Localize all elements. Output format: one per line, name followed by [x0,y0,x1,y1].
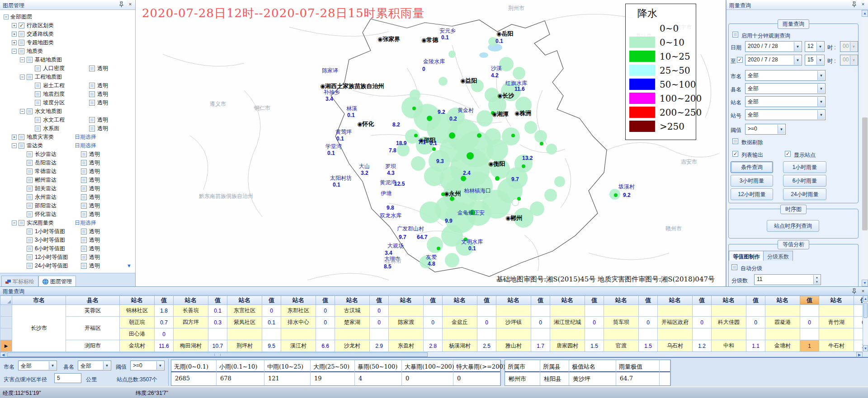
station-cell[interactable] [604,305,639,317]
transparent-checkbox[interactable] [89,100,95,106]
col-header-station[interactable]: 站名 [389,296,424,305]
station-cell[interactable]: 四方坪 [174,317,208,328]
minute-to-select[interactable]: 00▼ [840,55,858,66]
col-header-value[interactable]: 值 [316,296,335,305]
station-select[interactable]: 全部▼ [745,96,826,107]
transparent-checkbox[interactable] [81,237,87,243]
date-from-picker[interactable]: 2020 / 7 / 28▼ [745,41,802,52]
value-cell[interactable]: 1 [854,340,863,352]
value-cell[interactable] [800,328,819,340]
transparent-checkbox[interactable] [81,254,87,260]
value-cell[interactable]: 0 [800,317,819,328]
station-cell[interactable]: 溪江村 [281,340,316,352]
station-cell[interactable] [443,328,477,340]
station-cell[interactable]: 东郡社区 [281,305,316,317]
station-cell[interactable]: 田心港 [120,328,155,340]
value-cell[interactable]: 0 [370,317,389,328]
layer-checkbox[interactable] [35,117,41,123]
station-cell[interactable] [281,328,316,340]
value-cell[interactable] [639,328,658,340]
scroll-up-icon[interactable]: ▲ [862,10,868,17]
col-header-station[interactable]: 站名 [281,296,316,305]
col-header-station[interactable]: 站名 [658,296,693,305]
station-cell[interactable]: 金坑村 [120,340,155,352]
tree-expander-icon[interactable]: − [12,49,17,54]
station-cell[interactable]: 梅田湖村 [174,340,208,352]
transparent-checkbox[interactable] [81,263,87,269]
filter-city-select[interactable]: 全部▼ [18,361,57,370]
scroll-down-icon[interactable]: ▼ [862,280,868,286]
col-header-station[interactable]: 站名 [819,296,854,305]
date-select-link[interactable]: 日期选择 [75,142,96,150]
tree-expander-icon[interactable]: − [20,75,25,80]
col-header-station[interactable]: 站名 [443,296,477,305]
station-cell[interactable] [604,328,639,340]
county-cell[interactable]: 芙蓉区 [66,305,120,317]
transparent-checkbox[interactable] [81,169,87,174]
station-cell[interactable] [550,305,585,317]
value-cell[interactable]: 0 [316,305,335,317]
col-header-value[interactable]: 值 [585,296,604,305]
value-cell[interactable]: 1.5 [585,340,604,352]
layer-checkbox[interactable] [35,66,41,71]
tree-expander-icon[interactable]: − [20,109,25,114]
station-cell[interactable]: 东盈村 [389,340,424,352]
value-cell[interactable] [746,305,765,317]
value-cell[interactable]: 2.8 [424,340,443,352]
value-cell[interactable]: 0 [639,317,658,328]
col-header-station[interactable]: 站名 [227,296,262,305]
value-cell[interactable] [639,305,658,317]
col-header-value[interactable]: 值 [262,296,281,305]
layer-tree-item[interactable]: 地震烈度透明 [0,90,135,98]
dropdown-arrow-icon[interactable]: ▼ [156,361,164,370]
value-cell[interactable]: 6.6 [316,340,335,352]
col-header-value[interactable]: 值 [208,296,227,305]
row-selector[interactable] [0,317,12,328]
threshold-select[interactable]: >=0▼ [745,124,786,135]
value-cell[interactable] [854,305,863,317]
grid-corner-cell[interactable] [0,296,12,305]
layer-tree-item[interactable]: −雷达类日期选择 [0,141,135,150]
transparent-checkbox[interactable] [81,229,87,234]
station-cell[interactable]: 科大佳园 [712,317,746,328]
col-header-value[interactable]: 值 [693,296,712,305]
layer-tree-item[interactable]: 人口密度透明 [0,64,135,73]
rain-3h-button[interactable]: 3小时雨量 [731,175,773,187]
value-cell[interactable]: 10.7 [208,340,227,352]
county-cell[interactable]: 浏阳市 [66,340,120,352]
layer-tree-item[interactable]: −基础地质图 [0,56,135,64]
layer-checkbox[interactable] [27,177,33,183]
station-cell[interactable] [496,305,531,317]
layer-checkbox[interactable] [27,108,33,114]
rain-24h-button[interactable]: 24小时雨量 [783,188,826,200]
layer-tree-item[interactable]: 长沙雷达透明 [0,150,135,159]
layer-checkbox[interactable] [35,126,41,131]
date-to-picker[interactable]: 2020 / 7 / 28▼ [745,55,802,66]
layer-checkbox[interactable] [35,91,41,97]
col-header-value[interactable]: 值 [477,296,496,305]
layer-checkbox[interactable] [19,40,24,46]
value-cell[interactable]: 0 [155,328,174,340]
col-header-station[interactable]: 站名 [496,296,531,305]
station-cell[interactable] [496,328,531,340]
layer-checkbox[interactable] [27,203,33,209]
value-cell[interactable]: 9.5 [262,340,281,352]
pin-icon[interactable] [851,288,857,295]
dropdown-arrow-icon[interactable]: ▼ [817,110,825,119]
dropdown-arrow-icon[interactable]: ▼ [816,56,824,65]
station-cell[interactable] [658,305,693,317]
transparent-checkbox[interactable] [81,203,87,209]
col-header-station[interactable]: 站名 [712,296,746,305]
station-cell[interactable] [174,328,208,340]
pin-icon[interactable] [851,1,857,8]
value-cell[interactable]: 0 [854,317,863,328]
col-header-value[interactable]: 值 [800,296,819,305]
layer-checkbox[interactable] [27,246,33,252]
dropdown-arrow-icon[interactable]: ▼ [817,97,825,106]
value-cell[interactable]: 0 [585,317,604,328]
station-cell[interactable]: 筒车坝 [604,317,639,328]
tree-expander-icon[interactable]: + [12,23,17,28]
value-cell[interactable] [585,328,604,340]
close-icon[interactable]: × [860,288,866,295]
grade-count-stepper[interactable]: 11 ▲▼ [754,274,821,285]
